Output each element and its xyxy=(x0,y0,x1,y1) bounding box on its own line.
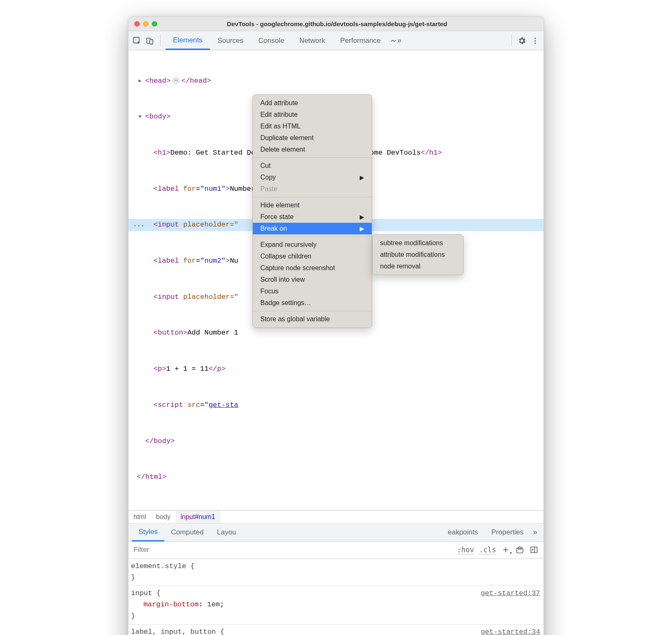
toggle-common-rendering-icon[interactable] xyxy=(515,545,524,554)
style-rule-label-input-button[interactable]: get-started:34 label, input, button { di… xyxy=(128,625,544,635)
context-menu-label: Force state xyxy=(260,213,294,221)
settings-gear-icon[interactable] xyxy=(517,36,527,46)
dom-tag: </head> xyxy=(181,77,211,85)
kebab-menu-icon[interactable] xyxy=(530,36,540,46)
context-menu-item-paste: Paste xyxy=(253,183,372,195)
context-menu-item-hide-element[interactable]: Hide element xyxy=(253,199,372,211)
submenu-item-attribute-modifications[interactable]: attribute modifications xyxy=(373,249,463,261)
context-menu-item-collapse-children[interactable]: Collapse children xyxy=(253,251,372,262)
toolbar-divider xyxy=(160,35,161,47)
dom-text: Add Number 1 xyxy=(188,329,238,337)
tab-elements[interactable]: Elements xyxy=(166,32,210,50)
more-subtabs-icon[interactable]: » xyxy=(530,527,540,537)
context-menu-item-delete-element[interactable]: Delete element xyxy=(253,144,372,155)
window-title: DevTools - googlechrome.github.io/devtoo… xyxy=(136,20,538,27)
inspect-element-icon[interactable] xyxy=(132,36,142,46)
dom-tag: </body> xyxy=(145,437,175,445)
context-menu-item-cut[interactable]: Cut xyxy=(253,160,372,172)
dom-attr-value: num1 xyxy=(204,185,221,193)
context-menu-item-badge-settings[interactable]: Badge settings… xyxy=(253,297,372,309)
style-selector: input xyxy=(131,589,152,597)
dom-text: Nu xyxy=(230,257,238,265)
submenu-item-node-removal[interactable]: node removal xyxy=(373,261,463,272)
tab-sources[interactable]: Sources xyxy=(210,32,251,49)
submenu-item-subtree-modifications[interactable]: subtree modifications xyxy=(373,237,463,249)
context-menu-item-break-on[interactable]: Break on▶ xyxy=(253,223,372,234)
toggle-computed-sidebar-icon[interactable] xyxy=(529,545,539,554)
submenu-arrow-icon: ▶ xyxy=(360,214,364,220)
context-menu-item-focus[interactable]: Focus xyxy=(253,286,372,297)
styles-filter-row: :hov .cls + ▾ xyxy=(128,541,544,559)
dom-href[interactable]: get-sta xyxy=(209,401,238,409)
device-toolbar-icon[interactable] xyxy=(145,36,155,46)
context-menu-separator xyxy=(253,197,372,197)
expand-icon[interactable]: ▶ xyxy=(138,77,141,85)
dom-node-button[interactable]: <button>Add Number 1 xyxy=(128,327,544,339)
context-menu-separator xyxy=(253,158,372,158)
svg-rect-2 xyxy=(150,39,153,44)
more-tabs-icon[interactable]: » xyxy=(391,36,401,46)
dom-node-head[interactable]: ▶<head>⋯</head> xyxy=(128,75,544,87)
style-rule-element-style[interactable]: element.style { } xyxy=(128,559,544,586)
dom-text: 1 + 1 = 11 xyxy=(166,365,209,373)
dom-node-html-close[interactable]: </html> xyxy=(128,471,544,483)
hov-toggle[interactable]: :hov xyxy=(457,546,474,554)
context-menu-item-expand-recursively[interactable]: Expand recursively xyxy=(253,239,372,251)
style-rule-input[interactable]: get-started:37 input { margin-bottom: 1e… xyxy=(128,586,544,625)
styles-filter-input[interactable] xyxy=(128,542,457,557)
dom-node-script[interactable]: <script src="get-sta xyxy=(128,399,544,411)
styles-tabs: Styles Computed Layou eakpoints Properti… xyxy=(128,524,544,541)
breadcrumb-html[interactable]: html xyxy=(128,511,151,523)
context-menu-item-store-global[interactable]: Store as global variable xyxy=(253,313,372,325)
context-menu-item-edit-attribute[interactable]: Edit attribute xyxy=(253,109,372,121)
dom-breadcrumb: html body input#num1 xyxy=(128,510,544,524)
context-menu-item-edit-as-html[interactable]: Edit as HTML xyxy=(253,121,372,132)
context-menu-item-force-state[interactable]: Force state▶ xyxy=(253,211,372,223)
toolbar-divider xyxy=(511,35,512,47)
collapse-icon[interactable]: ▼ xyxy=(138,113,141,121)
dom-attr-value: num2 xyxy=(204,257,221,265)
context-menu-separator xyxy=(253,236,372,237)
subtab-properties[interactable]: Properties xyxy=(485,524,530,541)
cls-toggle[interactable]: .cls xyxy=(479,546,496,554)
subtab-breakpoints[interactable]: eakpoints xyxy=(441,524,485,541)
dom-node-p[interactable]: <p>1 + 1 = 11</p> xyxy=(128,363,544,375)
tab-network[interactable]: Network xyxy=(292,32,333,49)
style-property-value[interactable]: 1em xyxy=(207,601,220,608)
tab-console[interactable]: Console xyxy=(251,32,292,49)
selected-indicator-icon: ••• xyxy=(133,222,145,231)
breadcrumb-input[interactable]: input#num1 xyxy=(175,511,220,523)
svg-point-3 xyxy=(534,37,536,39)
context-menu-separator xyxy=(253,311,372,311)
context-menu-item-copy[interactable]: Copy▶ xyxy=(253,172,372,183)
subtab-styles[interactable]: Styles xyxy=(132,524,164,541)
style-source-link[interactable]: get-started:34 xyxy=(481,626,540,635)
style-selector: element.style xyxy=(131,562,186,570)
context-menu-item-capture-node-screenshot[interactable]: Capture node screenshot xyxy=(253,262,372,274)
dom-tag: </html> xyxy=(137,473,166,481)
breadcrumb-id: #num1 xyxy=(195,513,215,520)
tab-performance[interactable]: Performance xyxy=(333,32,388,49)
new-style-rule-icon[interactable]: + ▾ xyxy=(501,545,510,554)
styles-pane: element.style { } get-started:37 input {… xyxy=(128,559,544,635)
head-ellipsis-icon[interactable]: ⋯ xyxy=(172,77,180,84)
dom-attr: placeholder=" xyxy=(183,293,238,301)
context-menu-item-scroll-into-view[interactable]: Scroll into view xyxy=(253,274,372,286)
subtab-computed[interactable]: Computed xyxy=(164,524,210,541)
style-property-name[interactable]: margin-bottom xyxy=(143,601,199,608)
svg-point-4 xyxy=(534,40,536,41)
context-menu-item-add-attribute[interactable]: Add attribute xyxy=(253,97,372,109)
context-menu-label: Break on xyxy=(260,225,287,232)
dom-tag: <head> xyxy=(145,77,170,85)
breadcrumb-body[interactable]: body xyxy=(151,511,175,523)
context-menu-item-duplicate-element[interactable]: Duplicate element xyxy=(253,132,372,144)
dom-node-body-close[interactable]: </body> xyxy=(128,436,544,448)
submenu-arrow-icon: ▶ xyxy=(360,225,364,232)
dom-attr: placeholder=" xyxy=(183,221,238,229)
subtab-layout[interactable]: Layou xyxy=(210,524,243,541)
breadcrumb-tag: input xyxy=(180,513,195,520)
break-on-submenu[interactable]: subtree modifications attribute modifica… xyxy=(372,234,464,275)
style-source-link[interactable]: get-started:37 xyxy=(481,588,540,599)
context-menu[interactable]: Add attribute Edit attribute Edit as HTM… xyxy=(252,94,372,328)
svg-point-5 xyxy=(534,42,536,44)
